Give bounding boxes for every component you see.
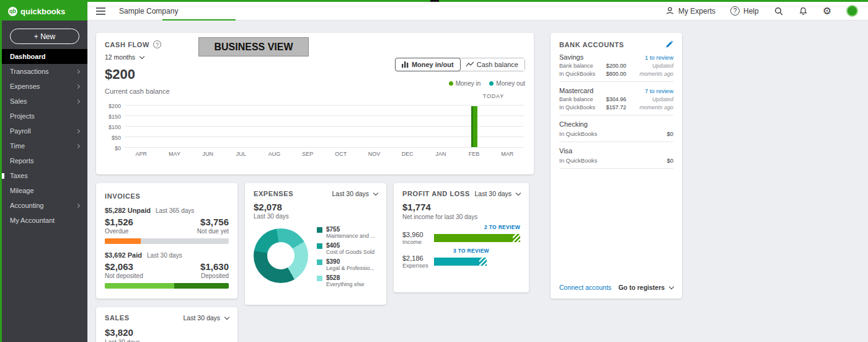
- row-label: Bank balance: [559, 96, 599, 102]
- chevron-right-icon: [76, 69, 80, 73]
- legend-item: $528 Everything else: [317, 274, 375, 287]
- search-button[interactable]: [774, 6, 784, 16]
- month-label: MAY: [158, 151, 192, 157]
- left-accent-bar: [0, 0, 2, 342]
- cash-flow-card: CASH FLOW ? 12 months $200 Current cash …: [96, 33, 534, 174]
- legend-money-out: Money out: [489, 80, 525, 87]
- gear-icon: ⚙: [823, 6, 831, 16]
- sidebar-item-taxes[interactable]: Taxes: [2, 168, 87, 183]
- income-bar[interactable]: [434, 234, 520, 242]
- paid-progress-bar[interactable]: [105, 283, 229, 289]
- sidebar-nav: Dashboard Transactions Expenses Sales Pr…: [2, 49, 87, 228]
- go-to-registers-dropdown[interactable]: Go to registers: [618, 284, 673, 291]
- legend-amount: $755: [326, 226, 375, 233]
- registers-label: Go to registers: [618, 284, 665, 291]
- connect-accounts-link[interactable]: Connect accounts: [559, 284, 611, 291]
- user-avatar[interactable]: [846, 5, 858, 17]
- cash-flow-legend: Money in Money out: [449, 80, 525, 87]
- new-button[interactable]: + New: [10, 29, 79, 44]
- my-experts-label: My Experts: [678, 7, 715, 16]
- active-tab-underline: [162, 19, 236, 20]
- month-label: JUL: [224, 151, 258, 157]
- expenses-review-badge[interactable]: 3 TO REVIEW: [453, 248, 489, 254]
- overdue-label: Overdue: [105, 228, 133, 235]
- sidebar-item-label: Reports: [10, 157, 34, 164]
- cash-flow-period-dropdown[interactable]: 12 months: [105, 53, 144, 61]
- row-value: $0: [666, 157, 673, 164]
- overdue-amount: $1,526: [105, 217, 133, 227]
- legend-amount: $390: [326, 258, 374, 265]
- sidebar-item-accounting[interactable]: Accounting: [2, 198, 87, 213]
- account-name: Mastercard: [559, 87, 593, 94]
- sidebar-item-sales[interactable]: Sales: [2, 94, 87, 109]
- expenses-amount: $2,078: [254, 202, 378, 212]
- help-button[interactable]: ? Help: [730, 6, 759, 16]
- hamburger-menu-icon[interactable]: [96, 6, 105, 17]
- sidebar-item-reports[interactable]: Reports: [2, 153, 87, 168]
- chevron-down-icon: [669, 284, 674, 289]
- row-value: $304.96: [599, 96, 626, 102]
- y-tick: $100: [101, 124, 121, 130]
- expenses-legend: $755 Maintenance and ... $405 Cost of Go…: [317, 226, 375, 287]
- deposited-label: Deposited: [200, 272, 229, 279]
- expenses-donut-chart[interactable]: [254, 228, 308, 283]
- taxes-marker: [2, 173, 4, 179]
- settings-button[interactable]: ⚙: [823, 6, 831, 16]
- notdeposited-amount: $2,063: [105, 261, 143, 272]
- help-label: Help: [743, 7, 759, 16]
- expenses-bar[interactable]: [434, 258, 487, 266]
- sidebar-item-expenses[interactable]: Expenses: [2, 79, 87, 94]
- legend-amount: $405: [326, 242, 374, 249]
- month-label: MAR: [490, 151, 524, 157]
- bank-account-savings: Savings 1 to review Bank balance $200.00…: [559, 48, 673, 82]
- sidebar-item-label: Dashboard: [10, 53, 45, 60]
- notifications-button[interactable]: [799, 6, 808, 16]
- review-link[interactable]: 7 to review: [645, 88, 673, 94]
- money-in-out-toggle[interactable]: Money in/out: [395, 58, 461, 71]
- sidebar-item-dashboard[interactable]: Dashboard: [2, 49, 87, 64]
- help-icon: ?: [730, 6, 740, 16]
- feb-money-in-bar[interactable]: [471, 106, 477, 147]
- expenses-period-dropdown[interactable]: Last 30 days: [332, 190, 378, 197]
- sidebar-item-payroll[interactable]: Payroll: [2, 124, 87, 138]
- profit-loss-period-dropdown[interactable]: Last 30 days: [475, 190, 520, 197]
- sidebar-item-label: Sales: [10, 97, 27, 105]
- cash-balance-amount: $200: [105, 66, 135, 83]
- expenses-caption: Last 30 days: [254, 213, 378, 220]
- cash-balance-toggle[interactable]: Cash balance: [460, 58, 525, 71]
- edit-pencil-icon[interactable]: [665, 40, 673, 48]
- row-label: In QuickBooks: [559, 71, 599, 77]
- income-bar-hatch: [513, 234, 520, 242]
- chevron-down-icon: [373, 191, 378, 196]
- legend-label: Legal & Professio...: [326, 265, 374, 271]
- row-meta: moments ago: [639, 71, 673, 77]
- sales-period-dropdown[interactable]: Last 30 days: [184, 314, 229, 322]
- legend-label: Cost of Goods Sold: [326, 249, 374, 255]
- chevron-right-icon: [76, 128, 80, 133]
- review-link[interactable]: 1 to review: [645, 54, 673, 61]
- row-label: In QuickBooks: [559, 157, 597, 164]
- sidebar-item-label: My Accountant: [10, 217, 55, 224]
- sidebar-item-mileage[interactable]: Mileage: [2, 183, 87, 198]
- expenses-title: EXPENSES: [254, 190, 293, 197]
- today-label: TODAY: [483, 93, 504, 99]
- sidebar-item-projects[interactable]: Projects: [2, 109, 87, 124]
- money-in-out-label: Money in/out: [412, 61, 454, 68]
- legend-swatch-icon: [317, 227, 322, 233]
- unpaid-progress-bar[interactable]: [105, 238, 229, 244]
- sidebar-item-time[interactable]: Time: [2, 138, 87, 153]
- month-label: SEP: [291, 151, 324, 157]
- income-review-badge[interactable]: 2 TO REVIEW: [484, 224, 520, 230]
- info-icon[interactable]: ?: [153, 40, 161, 48]
- unpaid-amount: $5,282 Unpaid: [105, 207, 151, 214]
- paid-period: Last 30 days: [147, 252, 182, 259]
- sidebar-item-transactions[interactable]: Transactions: [2, 64, 87, 79]
- notdeposited-label: Not deposited: [105, 272, 143, 279]
- person-icon: [665, 6, 675, 16]
- sidebar-item-my-accountant[interactable]: My Accountant: [2, 213, 87, 228]
- cash-flow-chart: $200 $150 $100 $50 $0: [125, 105, 524, 147]
- bank-accounts-title: BANK ACCOUNTS: [559, 41, 624, 48]
- profit-loss-card: PROFIT AND LOSS Last 30 days $1,774 Net …: [394, 183, 529, 292]
- my-experts-button[interactable]: My Experts: [665, 6, 715, 16]
- invoices-card: INVOICES $5,282 Unpaid Last 365 days $1,…: [96, 183, 237, 299]
